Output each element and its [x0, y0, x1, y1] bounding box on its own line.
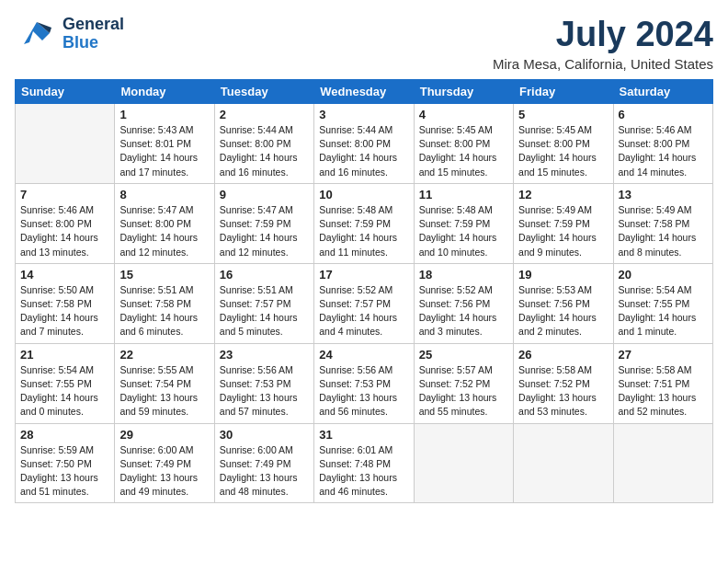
- day-number: 3: [319, 108, 408, 121]
- calendar-day-cell: 6Sunrise: 5:46 AM Sunset: 8:00 PM Daylig…: [613, 104, 712, 184]
- day-info: Sunrise: 5:51 AM Sunset: 7:57 PM Dayligh…: [220, 283, 309, 339]
- calendar-header-thursday: Thursday: [414, 80, 513, 104]
- calendar-day-cell: 29Sunrise: 6:00 AM Sunset: 7:49 PM Dayli…: [115, 423, 214, 503]
- day-number: 15: [119, 268, 209, 282]
- calendar-day-cell: 26Sunrise: 5:58 AM Sunset: 7:52 PM Dayli…: [514, 343, 613, 423]
- calendar-table: SundayMondayTuesdayWednesdayThursdayFrid…: [15, 79, 713, 503]
- day-number: 20: [619, 268, 708, 282]
- calendar-header-friday: Friday: [514, 80, 613, 104]
- day-number: 25: [419, 348, 508, 362]
- day-info: Sunrise: 5:57 AM Sunset: 7:52 PM Dayligh…: [419, 363, 508, 419]
- day-number: 24: [319, 348, 408, 362]
- day-number: 29: [119, 428, 209, 442]
- calendar-day-cell: 22Sunrise: 5:55 AM Sunset: 7:54 PM Dayli…: [115, 343, 214, 423]
- logo-icon: [15, 15, 59, 53]
- day-number: 16: [220, 268, 309, 282]
- logo: General Blue: [15, 15, 124, 53]
- calendar-day-cell: [414, 423, 513, 503]
- day-number: 31: [319, 428, 408, 442]
- calendar-header-row: SundayMondayTuesdayWednesdayThursdayFrid…: [16, 80, 713, 104]
- calendar-day-cell: 27Sunrise: 5:58 AM Sunset: 7:51 PM Dayli…: [613, 343, 712, 423]
- calendar-day-cell: 4Sunrise: 5:45 AM Sunset: 8:00 PM Daylig…: [414, 104, 513, 184]
- day-number: 28: [20, 428, 109, 442]
- calendar-day-cell: 7Sunrise: 5:46 AM Sunset: 8:00 PM Daylig…: [16, 183, 115, 263]
- day-info: Sunrise: 5:52 AM Sunset: 7:57 PM Dayligh…: [319, 283, 408, 339]
- calendar-day-cell: 14Sunrise: 5:50 AM Sunset: 7:58 PM Dayli…: [16, 263, 115, 343]
- calendar-day-cell: 5Sunrise: 5:45 AM Sunset: 8:00 PM Daylig…: [514, 104, 613, 184]
- month-title: July 2024: [493, 15, 713, 54]
- calendar-day-cell: 20Sunrise: 5:54 AM Sunset: 7:55 PM Dayli…: [613, 263, 712, 343]
- day-info: Sunrise: 5:52 AM Sunset: 7:56 PM Dayligh…: [419, 283, 508, 339]
- day-number: 1: [119, 108, 209, 121]
- day-number: 23: [220, 348, 309, 362]
- svg-marker-0: [24, 22, 50, 44]
- day-number: 5: [518, 108, 608, 121]
- day-info: Sunrise: 5:49 AM Sunset: 7:59 PM Dayligh…: [518, 203, 608, 259]
- calendar-day-cell: 17Sunrise: 5:52 AM Sunset: 7:57 PM Dayli…: [314, 263, 414, 343]
- day-info: Sunrise: 5:46 AM Sunset: 8:00 PM Dayligh…: [619, 123, 708, 179]
- day-info: Sunrise: 5:45 AM Sunset: 8:00 PM Dayligh…: [518, 123, 608, 179]
- logo-text: General Blue: [63, 16, 124, 52]
- calendar-day-cell: 19Sunrise: 5:53 AM Sunset: 7:56 PM Dayli…: [514, 263, 613, 343]
- calendar-day-cell: 18Sunrise: 5:52 AM Sunset: 7:56 PM Dayli…: [414, 263, 513, 343]
- calendar-day-cell: 8Sunrise: 5:47 AM Sunset: 8:00 PM Daylig…: [115, 183, 214, 263]
- day-info: Sunrise: 5:47 AM Sunset: 7:59 PM Dayligh…: [220, 203, 309, 259]
- day-info: Sunrise: 5:58 AM Sunset: 7:52 PM Dayligh…: [518, 363, 608, 419]
- calendar-day-cell: 23Sunrise: 5:56 AM Sunset: 7:53 PM Dayli…: [214, 343, 313, 423]
- calendar-day-cell: 21Sunrise: 5:54 AM Sunset: 7:55 PM Dayli…: [16, 343, 115, 423]
- calendar-header-wednesday: Wednesday: [314, 80, 414, 104]
- day-info: Sunrise: 5:48 AM Sunset: 7:59 PM Dayligh…: [419, 203, 508, 259]
- day-info: Sunrise: 5:59 AM Sunset: 7:50 PM Dayligh…: [20, 443, 109, 500]
- day-info: Sunrise: 5:45 AM Sunset: 8:00 PM Dayligh…: [419, 123, 508, 179]
- day-number: 11: [419, 188, 508, 201]
- day-info: Sunrise: 5:58 AM Sunset: 7:51 PM Dayligh…: [619, 363, 708, 419]
- calendar-day-cell: 2Sunrise: 5:44 AM Sunset: 8:00 PM Daylig…: [214, 104, 313, 184]
- calendar-day-cell: 9Sunrise: 5:47 AM Sunset: 7:59 PM Daylig…: [214, 183, 313, 263]
- day-number: 13: [619, 188, 708, 201]
- calendar-day-cell: 28Sunrise: 5:59 AM Sunset: 7:50 PM Dayli…: [16, 423, 115, 503]
- day-info: Sunrise: 5:49 AM Sunset: 7:58 PM Dayligh…: [619, 203, 708, 259]
- day-info: Sunrise: 6:00 AM Sunset: 7:49 PM Dayligh…: [220, 443, 309, 500]
- day-info: Sunrise: 5:44 AM Sunset: 8:00 PM Dayligh…: [220, 123, 309, 179]
- day-info: Sunrise: 5:51 AM Sunset: 7:58 PM Dayligh…: [119, 283, 209, 339]
- calendar-week-row: 7Sunrise: 5:46 AM Sunset: 8:00 PM Daylig…: [16, 183, 713, 263]
- day-info: Sunrise: 5:53 AM Sunset: 7:56 PM Dayligh…: [518, 283, 608, 339]
- day-number: 12: [518, 188, 608, 201]
- day-info: Sunrise: 5:56 AM Sunset: 7:53 PM Dayligh…: [319, 363, 408, 419]
- day-info: Sunrise: 5:56 AM Sunset: 7:53 PM Dayligh…: [220, 363, 309, 419]
- calendar-day-cell: 15Sunrise: 5:51 AM Sunset: 7:58 PM Dayli…: [115, 263, 214, 343]
- day-info: Sunrise: 5:43 AM Sunset: 8:01 PM Dayligh…: [119, 123, 209, 179]
- day-number: 14: [20, 268, 109, 282]
- day-info: Sunrise: 5:50 AM Sunset: 7:58 PM Dayligh…: [20, 283, 109, 339]
- calendar-header-tuesday: Tuesday: [214, 80, 313, 104]
- calendar-day-cell: 13Sunrise: 5:49 AM Sunset: 7:58 PM Dayli…: [613, 183, 712, 263]
- day-info: Sunrise: 5:55 AM Sunset: 7:54 PM Dayligh…: [119, 363, 209, 419]
- day-number: 10: [319, 188, 408, 201]
- day-number: 9: [220, 188, 309, 201]
- day-number: 8: [119, 188, 209, 201]
- calendar-day-cell: 10Sunrise: 5:48 AM Sunset: 7:59 PM Dayli…: [314, 183, 414, 263]
- day-number: 18: [419, 268, 508, 282]
- day-info: Sunrise: 5:47 AM Sunset: 8:00 PM Dayligh…: [119, 203, 209, 259]
- day-number: 6: [619, 108, 708, 121]
- day-number: 21: [20, 348, 109, 362]
- calendar-day-cell: 25Sunrise: 5:57 AM Sunset: 7:52 PM Dayli…: [414, 343, 513, 423]
- location-text: Mira Mesa, California, United States: [493, 56, 713, 72]
- day-number: 2: [220, 108, 309, 121]
- day-number: 27: [619, 348, 708, 362]
- calendar-day-cell: 30Sunrise: 6:00 AM Sunset: 7:49 PM Dayli…: [214, 423, 313, 503]
- calendar-header-sunday: Sunday: [16, 80, 115, 104]
- day-info: Sunrise: 6:01 AM Sunset: 7:48 PM Dayligh…: [319, 443, 408, 500]
- day-number: 30: [220, 428, 309, 442]
- day-number: 22: [119, 348, 209, 362]
- calendar-day-cell: 16Sunrise: 5:51 AM Sunset: 7:57 PM Dayli…: [214, 263, 313, 343]
- title-area: July 2024 Mira Mesa, California, United …: [493, 15, 713, 72]
- day-info: Sunrise: 6:00 AM Sunset: 7:49 PM Dayligh…: [119, 443, 209, 500]
- calendar-day-cell: 3Sunrise: 5:44 AM Sunset: 8:00 PM Daylig…: [314, 104, 414, 184]
- day-number: 4: [419, 108, 508, 121]
- calendar-day-cell: 31Sunrise: 6:01 AM Sunset: 7:48 PM Dayli…: [314, 423, 414, 503]
- calendar-day-cell: 12Sunrise: 5:49 AM Sunset: 7:59 PM Dayli…: [514, 183, 613, 263]
- calendar-day-cell: [514, 423, 613, 503]
- calendar-day-cell: [613, 423, 712, 503]
- day-number: 26: [518, 348, 608, 362]
